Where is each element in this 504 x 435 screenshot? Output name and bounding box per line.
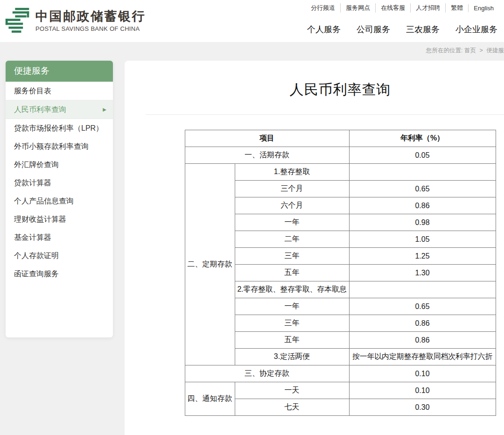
- breadcrumb-separator: >: [477, 47, 484, 54]
- page-title: 人民币利率查询: [125, 80, 504, 99]
- cell-term: 三年: [235, 248, 349, 265]
- cell-rate: 0.65: [349, 181, 496, 197]
- cell-term: 一年: [235, 298, 349, 315]
- sidebar-title: 便捷服务: [6, 61, 113, 82]
- brand-name-zh: 中国邮政储蓄银行: [35, 8, 146, 24]
- utility-link-english[interactable]: English: [468, 4, 494, 12]
- cell-term: 一年: [235, 214, 349, 231]
- cell-term: 三年: [235, 315, 349, 332]
- cell-rate: 0.30: [349, 399, 496, 416]
- cell-group-notice-deposit: 四、通知存款: [185, 382, 235, 416]
- cell-rate: [349, 281, 496, 298]
- utility-link-outlets[interactable]: 服务网点: [340, 3, 375, 13]
- breadcrumb-home-link[interactable]: 首页: [464, 47, 476, 54]
- cell-rate: 0.86: [349, 332, 496, 349]
- table-row: 二、定期存款 1.整存整取: [185, 164, 496, 181]
- cell-term: 七天: [235, 399, 349, 416]
- sidebar-item-personal-product-info[interactable]: 个人产品信息查询: [6, 192, 113, 210]
- utility-link-traditional-chinese[interactable]: 繁體: [445, 3, 468, 13]
- psbc-logo-icon: [5, 6, 31, 34]
- sidebar-item-confirmation-query[interactable]: 函证查询服务: [6, 265, 113, 283]
- nav-rural-services[interactable]: 三农服务: [406, 24, 440, 35]
- nav-personal-services[interactable]: 个人服务: [307, 24, 341, 35]
- cell-rate: 0.05: [349, 147, 496, 164]
- table-row: 四、通知存款 一天 0.10: [185, 382, 496, 399]
- rmb-rate-table: 项目 年利率（%） 一、活期存款 0.05 二、定期存款 1.整存整取 三个月 …: [185, 130, 496, 416]
- sidebar-item-rmb-rate-query[interactable]: 人民币利率查询 ▶: [6, 100, 113, 119]
- utility-nav: 分行频道 服务网点 在线客服 人才招聘 繁體 English: [306, 3, 494, 13]
- cell-rate: 0.10: [349, 365, 496, 382]
- title-divider: [146, 114, 504, 115]
- main-content: 人民币利率查询 项目 年利率（%） 一、活期存款 0.05 二、定期存款 1.整…: [125, 61, 504, 435]
- sidebar: 便捷服务 服务价目表 人民币利率查询 ▶ 贷款市场报价利率（LPR） 外币小额存…: [6, 61, 113, 337]
- cell-term: 五年: [235, 332, 349, 349]
- breadcrumb-current-link[interactable]: 便捷服务: [486, 47, 504, 54]
- sidebar-item-lpr[interactable]: 贷款市场报价利率（LPR）: [6, 119, 113, 137]
- cell-term: 一天: [235, 382, 349, 399]
- brand-text: 中国邮政储蓄银行 POSTAL SAVINGS BANK OF CHINA: [35, 8, 146, 32]
- cell-rate: 0.98: [349, 214, 496, 231]
- cell-rate: 1.25: [349, 248, 496, 265]
- cell-agreement-deposit: 三、协定存款: [185, 365, 349, 382]
- chevron-right-icon: ▶: [103, 104, 106, 115]
- cell-demand-deposit: 一、活期存款: [185, 147, 349, 164]
- sidebar-item-foreign-currency-deposit-rate[interactable]: 外币小额存款利率查询: [6, 137, 113, 155]
- cell-term: 六个月: [235, 197, 349, 214]
- cell-term: 三个月: [235, 181, 349, 197]
- table-row: 一、活期存款 0.05: [185, 147, 496, 164]
- sidebar-item-service-price-list[interactable]: 服务价目表: [6, 82, 113, 100]
- sidebar-item-label: 人民币利率查询: [14, 104, 66, 115]
- cell-subgroup-flexible: 3.定活两便: [235, 349, 349, 365]
- cell-rate: 0.10: [349, 382, 496, 399]
- sidebar-item-deposit-certificate[interactable]: 个人存款证明: [6, 246, 113, 265]
- cell-term: 五年: [235, 265, 349, 281]
- sidebar-item-wealth-yield-calculator[interactable]: 理财收益计算器: [6, 210, 113, 228]
- utility-link-branches[interactable]: 分行频道: [306, 3, 340, 13]
- cell-rate-note: 按一年以内定期整存整取同档次利率打六折: [349, 349, 496, 365]
- cell-subgroup-lump-sum: 1.整存整取: [235, 164, 349, 181]
- utility-link-online-service[interactable]: 在线客服: [375, 3, 410, 13]
- cell-term: 二年: [235, 231, 349, 248]
- main-nav: 个人服务 公司服务 三农服务 小企业服务: [307, 24, 497, 35]
- col-header-item: 项目: [185, 130, 349, 147]
- col-header-annual-rate: 年利率（%）: [349, 130, 496, 147]
- cell-rate: 1.05: [349, 231, 496, 248]
- sidebar-item-fund-calculator[interactable]: 基金计算器: [6, 228, 113, 246]
- breadcrumb-prefix: 您所在的位置:: [426, 47, 462, 54]
- cell-rate: 0.86: [349, 197, 496, 214]
- brand-name-en: POSTAL SAVINGS BANK OF CHINA: [35, 25, 146, 32]
- table-header-row: 项目 年利率（%）: [185, 130, 496, 147]
- table-row: 三、协定存款 0.10: [185, 365, 496, 382]
- breadcrumb: 您所在的位置: 首页 > 便捷服务: [426, 47, 504, 55]
- cell-rate: 1.30: [349, 265, 496, 281]
- cell-group-time-deposit: 二、定期存款: [185, 164, 235, 365]
- cell-rate: [349, 164, 496, 181]
- bank-logo[interactable]: 中国邮政储蓄银行 POSTAL SAVINGS BANK OF CHINA: [5, 6, 146, 34]
- utility-link-recruitment[interactable]: 人才招聘: [410, 3, 445, 13]
- cell-rate: 0.65: [349, 298, 496, 315]
- cell-rate: 0.86: [349, 315, 496, 332]
- sidebar-item-loan-calculator[interactable]: 贷款计算器: [6, 174, 113, 192]
- sidebar-item-exchange-rate-query[interactable]: 外汇牌价查询: [6, 155, 113, 174]
- nav-small-business-services[interactable]: 小企业服务: [455, 24, 497, 35]
- cell-subgroup-installment: 2.零存整取、整存零取、存本取息: [235, 281, 349, 298]
- site-header: 中国邮政储蓄银行 POSTAL SAVINGS BANK OF CHINA 分行…: [0, 0, 504, 42]
- nav-corporate-services[interactable]: 公司服务: [357, 24, 390, 35]
